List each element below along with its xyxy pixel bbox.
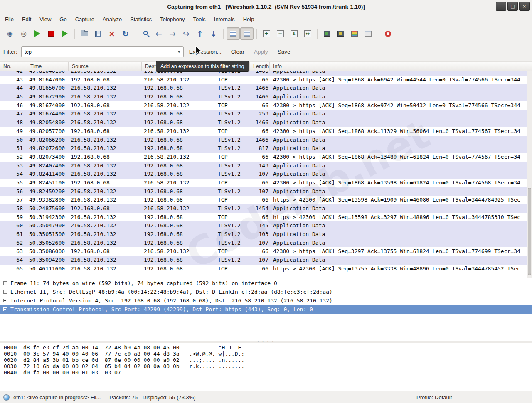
- filter-input[interactable]: [22, 47, 175, 57]
- apply-button[interactable]: Apply: [250, 49, 272, 55]
- packet-row-62[interactable]: 6250.35052600216.58.210.132192.168.0.68T…: [0, 239, 527, 248]
- menu-tools[interactable]: Tools: [189, 14, 209, 25]
- packet-row-44[interactable]: 4449.81650700216.58.210.132192.168.0.68T…: [0, 84, 527, 93]
- find-button[interactable]: [138, 27, 152, 40]
- reload-button[interactable]: ↻: [119, 27, 132, 40]
- hex-line[interactable]: 0010 00 3c 57 94 40 00 40 06 77 7c c0 a8…: [4, 351, 532, 357]
- menu-go[interactable]: Go: [55, 14, 71, 25]
- open-file-button[interactable]: [78, 27, 91, 40]
- menu-telephony[interactable]: Telephony: [156, 14, 189, 25]
- expand-icon[interactable]: [3, 290, 7, 294]
- detail-row[interactable]: Internet Protocol Version 4, Src: 192.16…: [0, 296, 532, 305]
- menu-edit[interactable]: Edit: [18, 14, 35, 25]
- interfaces-button[interactable]: ◉: [3, 27, 17, 40]
- menu-view[interactable]: View: [35, 14, 55, 25]
- filter-dropdown-button[interactable]: ▾: [175, 47, 183, 57]
- capture-filters-button[interactable]: [320, 27, 334, 40]
- column-header-info[interactable]: Info: [270, 62, 532, 71]
- menu-analyze[interactable]: Analyze: [99, 14, 126, 25]
- menu-help[interactable]: Help: [239, 14, 259, 25]
- packet-row-58[interactable]: 5850.24875600192.168.0.68216.58.210.132T…: [0, 204, 527, 213]
- detail-row[interactable]: Ethernet II, Src: DellEsgP_48:b9:4a (00:…: [0, 288, 532, 296]
- packet-row-49[interactable]: 4949.82057700192.168.0.68216.58.210.132T…: [0, 127, 527, 136]
- capture-start-button[interactable]: [31, 27, 44, 40]
- close-button[interactable]: ×: [519, 2, 530, 11]
- packet-row-50[interactable]: 5049.82066200216.58.210.132192.168.0.68T…: [0, 136, 527, 145]
- go-bottom-button[interactable]: ↓: [207, 27, 220, 40]
- expand-icon[interactable]: [3, 307, 7, 311]
- packet-row-46[interactable]: 4649.81674000192.168.0.68216.58.210.132T…: [0, 101, 527, 110]
- zoom-100-button[interactable]: 1: [287, 27, 300, 40]
- detail-row[interactable]: Frame 11: 74 bytes on wire (592 bits), 7…: [0, 279, 532, 288]
- coloring-rules-icon: [351, 31, 358, 37]
- packet-row-57[interactable]: 5749.93382800216.58.210.132192.168.0.68T…: [0, 196, 527, 204]
- packet-row-52[interactable]: 5249.82073400192.168.0.68216.58.210.132T…: [0, 153, 527, 162]
- capture-options-button[interactable]: ◎: [17, 27, 30, 40]
- zoom-out-button[interactable]: −: [273, 27, 287, 40]
- back-icon: ←: [155, 30, 162, 38]
- goto-packet-button[interactable]: ↪: [180, 27, 193, 40]
- menu-capture[interactable]: Capture: [71, 14, 99, 25]
- packet-row-47[interactable]: 4749.81674400216.58.210.132192.168.0.68T…: [0, 110, 527, 118]
- capture-stop-button[interactable]: [44, 27, 58, 40]
- detail-row[interactable]: Transmission Control Protocol, Src Port:…: [0, 305, 532, 314]
- packet-list-scrollbar[interactable]: [527, 71, 532, 278]
- colorize-toggle[interactable]: [227, 27, 240, 40]
- packet-row-64[interactable]: 6450.35094200216.58.210.132192.168.0.68T…: [0, 256, 527, 265]
- save-button[interactable]: Save: [273, 49, 295, 55]
- expand-icon[interactable]: [3, 299, 7, 302]
- filter-bar: Filter: ▾ Expression... Clear Apply Save: [0, 42, 532, 61]
- packet-row-65[interactable]: 6550.46111600216.58.210.132192.168.0.68T…: [0, 265, 527, 273]
- packet-row-61[interactable]: 6150.35051500216.58.210.132192.168.0.68T…: [0, 230, 527, 239]
- column-header-source[interactable]: Source: [69, 62, 142, 71]
- packet-row-45[interactable]: 4549.81672900216.58.210.132192.168.0.68T…: [0, 93, 527, 101]
- expression-button[interactable]: Expression...: [185, 49, 226, 55]
- packet-list-rows: 4249.81646100216.58.210.132192.168.0.68T…: [0, 71, 527, 278]
- find-icon: [143, 31, 148, 35]
- back-button[interactable]: ←: [152, 27, 165, 40]
- resize-columns-button[interactable]: ↔: [301, 27, 314, 40]
- save-file-button[interactable]: [91, 27, 105, 40]
- column-header-length[interactable]: Length: [250, 62, 270, 71]
- menu-statistics[interactable]: Statistics: [126, 14, 156, 25]
- go-top-button[interactable]: ↑: [193, 27, 207, 40]
- hex-line[interactable]: 0020 d2 84 a5 3b 01 bb ce 0d 87 6e 00 00…: [4, 357, 532, 363]
- help-button[interactable]: [381, 27, 394, 40]
- packet-row-56[interactable]: 5649.82459200216.58.210.132192.168.0.68T…: [0, 187, 527, 196]
- packet-row-53[interactable]: 5349.82407400216.58.210.132192.168.0.68T…: [0, 162, 527, 170]
- hex-line[interactable]: 0040 d0 fa 00 00 00 00 01 03 03 07 .....…: [4, 369, 532, 376]
- coloring-rules-button[interactable]: [348, 27, 361, 40]
- menu-file[interactable]: File: [1, 14, 18, 25]
- minimize-button[interactable]: –: [496, 2, 506, 11]
- clear-button[interactable]: Clear: [227, 49, 249, 55]
- column-header-time[interactable]: Time: [27, 62, 69, 71]
- packet-row-43[interactable]: 4349.81647000192.168.0.68216.58.210.132T…: [0, 76, 527, 84]
- scrollbar-thumb[interactable]: [528, 188, 531, 275]
- maximize-button[interactable]: □: [507, 2, 518, 11]
- forward-button[interactable]: →: [166, 27, 179, 40]
- packet-row-51[interactable]: 5149.82072600216.58.210.132192.168.0.68T…: [0, 144, 527, 153]
- wireshark-window: Capturing from eth1 [Wireshark 1.10.2 (S…: [0, 0, 532, 403]
- packet-row-54[interactable]: 5449.82411400216.58.210.132192.168.0.68T…: [0, 170, 527, 179]
- menu-internals[interactable]: Internals: [210, 14, 239, 25]
- expert-info-icon[interactable]: [3, 394, 10, 401]
- preferences-button[interactable]: [362, 27, 375, 40]
- hex-line[interactable]: 0030 72 10 6b da 00 00 02 04 05 b4 04 02…: [4, 363, 532, 369]
- packet-row-48[interactable]: 4849.82054800216.58.210.132192.168.0.68T…: [0, 118, 527, 127]
- zoom-in-button[interactable]: +: [260, 27, 273, 40]
- packet-row-55[interactable]: 5549.82451100192.168.0.68216.58.210.132T…: [0, 179, 527, 187]
- autoscroll-icon: [244, 31, 250, 37]
- column-header-no[interactable]: No.: [0, 62, 27, 71]
- expand-icon[interactable]: [3, 281, 7, 285]
- capture-restart-button[interactable]: [58, 27, 71, 40]
- packet-row-63[interactable]: 6350.35086000192.168.0.68216.58.210.132T…: [0, 247, 527, 256]
- capture-restart-icon: [62, 30, 68, 37]
- toolbar-separator: [256, 29, 257, 39]
- autoscroll-toggle[interactable]: [240, 27, 254, 40]
- display-filters-button[interactable]: [334, 27, 347, 40]
- packet-row-60[interactable]: 6050.35047900216.58.210.132192.168.0.68T…: [0, 221, 527, 230]
- hex-line[interactable]: 0000 d8 fe e3 cf 2d aa 00 14 22 48 b9 4a…: [4, 344, 532, 351]
- close-file-button[interactable]: ×: [105, 27, 118, 40]
- packet-row-42[interactable]: 4249.81646100216.58.210.132192.168.0.68T…: [0, 71, 527, 76]
- packet-row-59[interactable]: 5950.31942300216.58.210.132192.168.0.68T…: [0, 213, 527, 222]
